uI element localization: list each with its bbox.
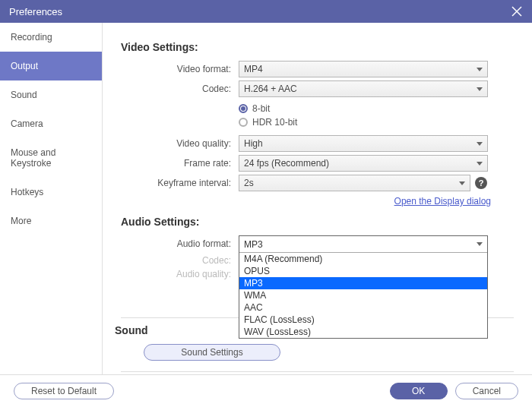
video-quality-select[interactable]: High (239, 135, 488, 152)
chevron-down-icon (477, 87, 483, 91)
audio-format-option[interactable]: MP3 (239, 277, 487, 289)
video-format-select[interactable]: MP4 (239, 61, 488, 77)
sidebar-item-mouse-keystroke[interactable]: Mouse and Keystroke (0, 138, 102, 178)
video-format-label: Video format: (121, 64, 239, 74)
radio-dot-icon (239, 118, 248, 127)
sidebar: Recording Output Sound Camera Mouse and … (0, 23, 103, 374)
chevron-down-icon (477, 68, 483, 71)
cancel-button[interactable]: Cancel (455, 383, 518, 399)
audio-format-select[interactable]: MP3 (239, 236, 487, 253)
sound-settings-button[interactable]: Sound Settings (144, 344, 280, 361)
audio-settings-title: Audio Settings: (121, 216, 514, 228)
help-icon[interactable]: ? (475, 177, 487, 189)
video-quality-label: Video quality: (121, 138, 239, 149)
radio-dot-icon (239, 104, 248, 113)
video-format-value: MP4 (244, 64, 263, 74)
radio-8bit[interactable]: 8-bit (239, 103, 297, 114)
divider (121, 371, 514, 372)
video-codec-select[interactable]: H.264 + AAC (239, 80, 488, 97)
audio-format-value: MP3 (244, 239, 263, 250)
radio-hdr10bit-label: HDR 10-bit (252, 117, 297, 128)
audio-format-label: Audio format: (121, 238, 239, 249)
frame-rate-select[interactable]: 24 fps (Recommend) (239, 155, 488, 172)
titlebar: Preferences (0, 0, 532, 23)
keyframe-interval-value: 2s (244, 178, 254, 188)
audio-format-option[interactable]: WMA (239, 289, 487, 301)
keyframe-interval-select[interactable]: 2s (239, 175, 470, 191)
window-title: Preferences (9, 6, 62, 17)
audio-format-option[interactable]: OPUS (239, 265, 487, 277)
audio-format-option[interactable]: FLAC (LossLess) (239, 314, 487, 326)
open-display-dialog-link[interactable]: Open the Display dialog (121, 196, 491, 207)
sidebar-item-sound[interactable]: Sound (0, 80, 102, 109)
close-icon[interactable] (511, 5, 523, 17)
bitdepth-radio-group: 8-bit HDR 10-bit (239, 100, 297, 132)
frame-rate-label: Frame rate: (121, 158, 239, 169)
chevron-down-icon (477, 162, 483, 166)
video-codec-label: Codec: (121, 84, 239, 94)
radio-8bit-label: 8-bit (252, 103, 270, 114)
footer: Reset to Default OK Cancel (0, 374, 532, 407)
content: Video Settings: Video format: MP4 Codec:… (103, 23, 532, 374)
audio-quality-label: Audio quality: (121, 269, 239, 279)
audio-format-dropdown[interactable]: MP3 M4A (Recommend) OPUS MP3 WMA AAC FLA… (239, 235, 488, 339)
radio-hdr10bit[interactable]: HDR 10-bit (239, 117, 297, 128)
chevron-down-icon (459, 181, 465, 185)
sidebar-item-hotkeys[interactable]: Hotkeys (0, 178, 102, 207)
chevron-down-icon (477, 142, 483, 146)
audio-format-option[interactable]: M4A (Recommend) (239, 253, 487, 265)
sidebar-item-camera[interactable]: Camera (0, 109, 102, 138)
chevron-down-icon (477, 242, 483, 246)
keyframe-interval-label: Keyframe interval: (121, 178, 239, 188)
sidebar-item-recording[interactable]: Recording (0, 23, 102, 52)
sidebar-item-output[interactable]: Output (0, 52, 102, 80)
frame-rate-value: 24 fps (Recommend) (244, 158, 329, 169)
ok-button[interactable]: OK (390, 383, 448, 399)
audio-format-option[interactable]: WAV (LossLess) (239, 326, 487, 338)
video-quality-value: High (244, 138, 263, 149)
video-codec-value: H.264 + AAC (244, 84, 297, 94)
sidebar-item-more[interactable]: More (0, 207, 102, 235)
main: Recording Output Sound Camera Mouse and … (0, 23, 532, 374)
audio-codec-label: Codec: (121, 255, 239, 266)
reset-to-default-button[interactable]: Reset to Default (14, 383, 114, 399)
video-settings-title: Video Settings: (121, 41, 514, 53)
audio-format-option[interactable]: AAC (239, 301, 487, 314)
